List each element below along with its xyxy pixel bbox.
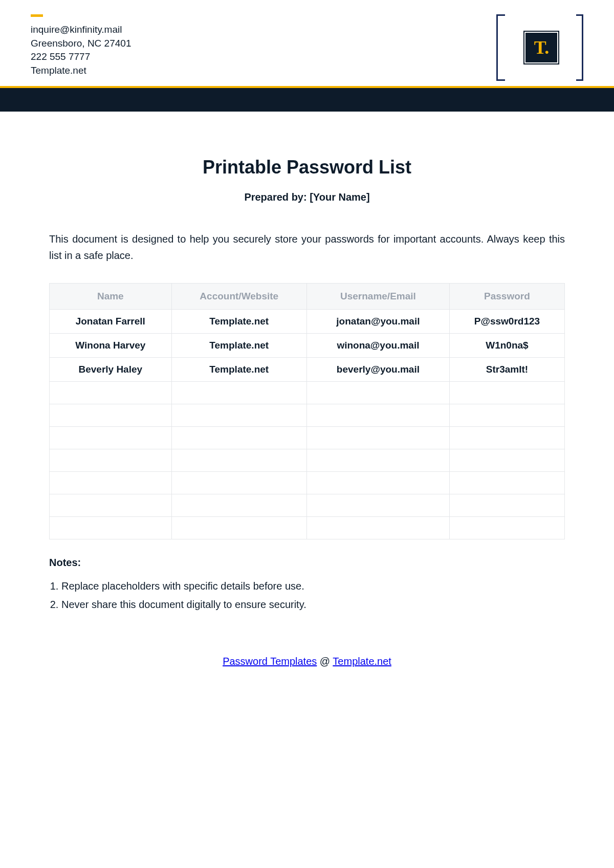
table-cell: Jonatan Farrell bbox=[50, 310, 172, 334]
page-subtitle: Prepared by: [Your Name] bbox=[49, 191, 565, 203]
document-header: inquire@kinfinity.mail Greensboro, NC 27… bbox=[0, 0, 614, 86]
table-cell: P@ssw0rd123 bbox=[449, 310, 564, 334]
table-cell: Beverly Haley bbox=[50, 358, 172, 382]
table-cell bbox=[449, 517, 564, 539]
table-cell: Str3amIt! bbox=[449, 358, 564, 382]
table-header-row: Name Account/Website Username/Email Pass… bbox=[50, 284, 565, 310]
table-cell bbox=[171, 494, 306, 517]
col-name: Name bbox=[50, 284, 172, 310]
table-cell bbox=[449, 404, 564, 427]
note-item: Never share this document digitally to e… bbox=[61, 596, 565, 613]
table-cell: W1n0na$ bbox=[449, 334, 564, 358]
table-row bbox=[50, 472, 565, 494]
table-cell: Template.net bbox=[171, 334, 306, 358]
table-cell bbox=[50, 404, 172, 427]
table-row bbox=[50, 494, 565, 517]
table-cell bbox=[449, 427, 564, 449]
table-cell bbox=[50, 517, 172, 539]
footer-link-templates[interactable]: Password Templates bbox=[223, 656, 317, 667]
table-cell bbox=[449, 382, 564, 404]
table-cell bbox=[171, 472, 306, 494]
table-cell bbox=[449, 494, 564, 517]
table-cell bbox=[306, 517, 449, 539]
footer: Password Templates @ Template.net bbox=[49, 656, 565, 667]
note-item: Replace placeholders with specific detai… bbox=[61, 578, 565, 594]
accent-mark bbox=[31, 14, 43, 17]
table-cell bbox=[171, 382, 306, 404]
col-username: Username/Email bbox=[306, 284, 449, 310]
logo-badge: T. bbox=[524, 32, 558, 63]
table-cell: Template.net bbox=[171, 358, 306, 382]
document-body: Printable Password List Prepared by: [Yo… bbox=[0, 112, 614, 667]
table-cell bbox=[50, 427, 172, 449]
table-cell: winona@you.mail bbox=[306, 334, 449, 358]
table-cell bbox=[306, 494, 449, 517]
table-cell bbox=[50, 472, 172, 494]
header-band bbox=[0, 86, 614, 112]
table-cell bbox=[171, 449, 306, 472]
notes-list: Replace placeholders with specific detai… bbox=[49, 578, 565, 613]
table-row bbox=[50, 404, 565, 427]
logo-text: T. bbox=[534, 37, 549, 58]
table-row bbox=[50, 517, 565, 539]
table-cell bbox=[449, 449, 564, 472]
table-cell: jonatan@you.mail bbox=[306, 310, 449, 334]
table-cell bbox=[306, 404, 449, 427]
table-cell bbox=[449, 472, 564, 494]
table-cell bbox=[171, 517, 306, 539]
notes-heading: Notes: bbox=[49, 557, 565, 569]
col-account: Account/Website bbox=[171, 284, 306, 310]
table-cell bbox=[306, 382, 449, 404]
table-cell: Winona Harvey bbox=[50, 334, 172, 358]
page-title: Printable Password List bbox=[49, 157, 565, 178]
col-password: Password bbox=[449, 284, 564, 310]
footer-link-site[interactable]: Template.net bbox=[333, 656, 391, 667]
password-table: Name Account/Website Username/Email Pass… bbox=[49, 283, 565, 539]
table-row bbox=[50, 382, 565, 404]
table-cell bbox=[306, 472, 449, 494]
table-row: Jonatan FarrellTemplate.netjonatan@you.m… bbox=[50, 310, 565, 334]
table-cell bbox=[50, 449, 172, 472]
table-row bbox=[50, 427, 565, 449]
table-cell bbox=[50, 494, 172, 517]
table-cell bbox=[50, 382, 172, 404]
table-cell bbox=[306, 449, 449, 472]
table-cell bbox=[306, 427, 449, 449]
table-cell bbox=[171, 427, 306, 449]
table-cell bbox=[171, 404, 306, 427]
table-row: Beverly HaleyTemplate.netbeverly@you.mai… bbox=[50, 358, 565, 382]
table-cell: beverly@you.mail bbox=[306, 358, 449, 382]
footer-separator: @ bbox=[317, 656, 333, 667]
table-cell: Template.net bbox=[171, 310, 306, 334]
logo-frame: T. bbox=[496, 14, 583, 81]
intro-paragraph: This document is designed to help you se… bbox=[49, 231, 565, 264]
table-row: Winona HarveyTemplate.netwinona@you.mail… bbox=[50, 334, 565, 358]
table-row bbox=[50, 449, 565, 472]
